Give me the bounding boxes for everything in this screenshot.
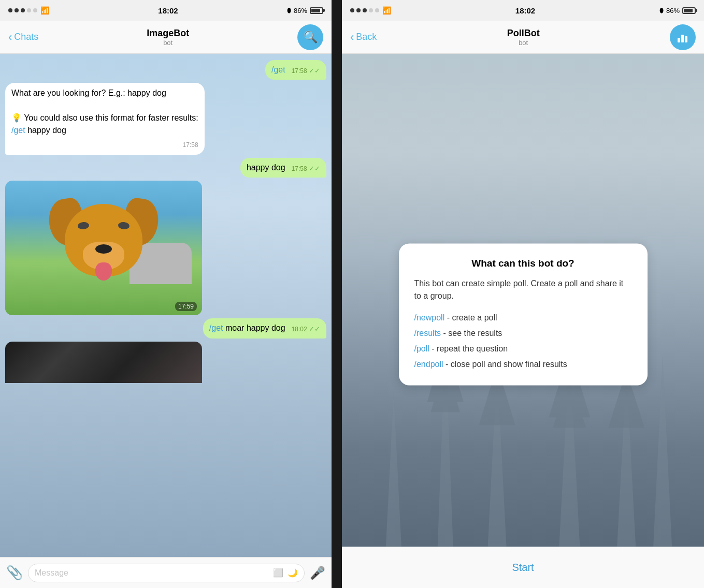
input-bar-left: 📎 Message ⬜ 🌙 🎤 bbox=[0, 557, 332, 588]
svg-rect-1 bbox=[681, 35, 684, 42]
bubble-inner-3: happy dog 17:58 ✓✓ bbox=[247, 162, 320, 173]
cmd-name-poll: /poll bbox=[414, 344, 429, 353]
cmd-get-1: /get bbox=[271, 64, 285, 76]
start-button[interactable]: Start bbox=[512, 562, 534, 574]
message-row-6 bbox=[5, 342, 326, 383]
status-bar-left: 📶 18:02 ⬮ 86% bbox=[0, 0, 332, 21]
cmd-desc-results: - see the results bbox=[443, 329, 502, 337]
cmd-name-results: /results bbox=[414, 329, 441, 337]
sticker-icon[interactable]: ⬜ bbox=[273, 568, 283, 578]
dog-eye-left bbox=[77, 222, 89, 230]
search-bot-icon: 🔍 bbox=[304, 31, 318, 44]
battery-icon-right bbox=[682, 7, 696, 14]
imagebot-action-button[interactable]: 🔍 bbox=[297, 24, 323, 50]
rdot3 bbox=[363, 8, 367, 12]
img-time-1: 17:59 bbox=[175, 302, 197, 311]
pollbot-action-button[interactable] bbox=[670, 24, 696, 50]
chat-subtitle-left: bot bbox=[147, 39, 189, 47]
message-row-2: What are you looking for? E.g.: happy do… bbox=[5, 83, 326, 154]
back-button-left[interactable]: ‹ Chats bbox=[8, 31, 38, 44]
cmd-name-newpoll: /newpoll bbox=[414, 313, 445, 322]
nav-center-left: ImageBot bot bbox=[147, 28, 189, 47]
input-icons: ⬜ 🌙 bbox=[273, 568, 298, 578]
msg-text-5: /get moar happy dog bbox=[209, 322, 285, 334]
message-placeholder[interactable]: Message bbox=[35, 568, 68, 578]
bluetooth-icon-right: ⬮ bbox=[659, 6, 664, 14]
start-bar: Start bbox=[342, 547, 704, 588]
message-row-3: happy dog 17:58 ✓✓ bbox=[5, 158, 326, 178]
chat-title-right: PollBot bbox=[507, 28, 540, 39]
battery-fill-left bbox=[311, 9, 320, 12]
chevron-left-icon: ‹ bbox=[8, 31, 12, 44]
cmd-get-5: /get bbox=[209, 324, 223, 332]
info-card-title: What can this bot do? bbox=[414, 258, 632, 269]
dog-nose bbox=[95, 244, 112, 254]
cmd-desc-newpoll: - create a poll bbox=[447, 313, 497, 322]
rdot5 bbox=[375, 8, 379, 12]
rdot1 bbox=[350, 8, 354, 12]
status-time-left: 18:02 bbox=[158, 6, 178, 15]
cmd-name-endpoll: /endpoll bbox=[414, 360, 443, 369]
dog-image bbox=[5, 181, 202, 315]
attach-icon[interactable]: 📎 bbox=[6, 565, 23, 581]
dog-image-partial bbox=[5, 342, 202, 383]
status-right-right: ⬮ 86% bbox=[659, 6, 696, 14]
chat-subtitle-right: bot bbox=[507, 39, 540, 47]
cmd-newpoll: /newpoll - create a poll bbox=[414, 312, 632, 324]
battery-percent-right: 86% bbox=[666, 7, 680, 14]
chat-area-left: /get 17:58 ✓✓ What are you looking for? … bbox=[0, 54, 332, 557]
dog-head bbox=[65, 204, 142, 276]
dog-image-bubble: 17:59 bbox=[5, 181, 202, 315]
nav-bar-right: ‹ Back PollBot bot bbox=[342, 21, 704, 54]
dot4 bbox=[27, 8, 31, 12]
svg-rect-2 bbox=[685, 36, 687, 42]
info-card-desc: This bot can create simple poll. Create … bbox=[414, 277, 632, 302]
mic-icon[interactable]: 🎤 bbox=[310, 566, 325, 580]
msg-time-3: 17:58 ✓✓ bbox=[292, 164, 320, 173]
bubble-text-2: What are you looking for? E.g.: happy do… bbox=[11, 87, 198, 137]
dog-tongue bbox=[95, 262, 112, 281]
cmd-endpoll: /endpoll - close poll and show final res… bbox=[414, 358, 632, 371]
dot3 bbox=[21, 8, 25, 12]
check-marks-5: ✓✓ bbox=[309, 325, 320, 333]
svg-rect-0 bbox=[678, 38, 680, 42]
svg-marker-8 bbox=[653, 356, 672, 547]
signal-dots-right bbox=[350, 8, 379, 12]
message-row-5: /get moar happy dog 18:02 ✓✓ bbox=[5, 318, 326, 338]
status-left: 📶 bbox=[8, 6, 49, 14]
nav-center-right: PollBot bot bbox=[507, 28, 540, 47]
msg-time-5: 18:02 ✓✓ bbox=[292, 325, 320, 334]
rdot2 bbox=[356, 8, 361, 12]
bubble-sent-2: happy dog 17:58 ✓✓ bbox=[240, 158, 326, 178]
back-label-right: Back bbox=[356, 32, 377, 42]
check-marks-3: ✓✓ bbox=[309, 165, 320, 172]
cmd-desc-endpoll: - close poll and show final results bbox=[446, 360, 567, 369]
msg-time-row-2: 17:58 bbox=[11, 139, 198, 150]
message-row-1: /get 17:58 ✓✓ bbox=[5, 60, 326, 80]
info-card-commands: /newpoll - create a poll /results - see … bbox=[414, 312, 632, 371]
bubble-sent-1: /get 17:58 ✓✓ bbox=[265, 60, 326, 80]
dot5 bbox=[33, 8, 37, 12]
wifi-icon-right: 📶 bbox=[382, 6, 391, 14]
right-chat-area: What can this bot do? This bot can creat… bbox=[342, 54, 704, 547]
dog-snout bbox=[83, 242, 124, 270]
pollbot-info-card: What can this bot do? This bot can creat… bbox=[399, 243, 648, 385]
dot2 bbox=[15, 8, 19, 12]
chat-title-left: ImageBot bbox=[147, 28, 189, 39]
signal-dots bbox=[8, 8, 37, 12]
emoji-icon[interactable]: 🌙 bbox=[288, 568, 298, 578]
message-row-4: 17:59 bbox=[5, 181, 326, 315]
status-right-left: ⬮ 86% bbox=[287, 6, 323, 14]
chevron-left-icon-right: ‹ bbox=[350, 31, 354, 44]
bubble-inner-1: /get 17:58 ✓✓ bbox=[271, 64, 320, 76]
svg-marker-7 bbox=[386, 391, 401, 547]
dot1 bbox=[8, 8, 12, 12]
left-panel: 📶 18:02 ⬮ 86% ‹ Chats ImageBot bot 🔍 bbox=[0, 0, 332, 588]
chat-messages-left: /get 17:58 ✓✓ What are you looking for? … bbox=[0, 54, 332, 389]
panel-divider bbox=[332, 0, 342, 588]
rdot4 bbox=[369, 8, 373, 12]
bar-chart-icon bbox=[676, 31, 689, 44]
back-button-right[interactable]: ‹ Back bbox=[350, 31, 377, 44]
bluetooth-icon: ⬮ bbox=[287, 6, 291, 14]
back-label-left: Chats bbox=[14, 32, 38, 42]
